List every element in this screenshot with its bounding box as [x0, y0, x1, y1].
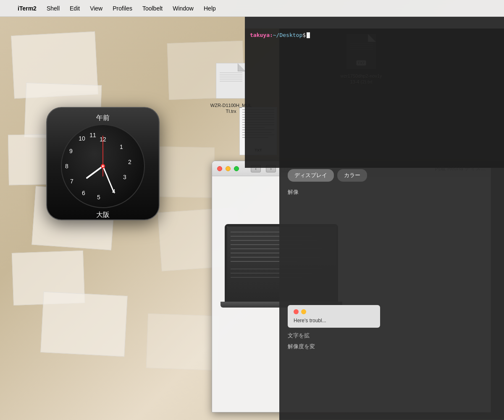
menubar-view[interactable]: View — [86, 3, 107, 13]
svg-line-0 — [87, 166, 103, 178]
syspref-popup: Here's troubl... — [288, 305, 380, 328]
popup-text: Here's troubl... — [294, 318, 374, 323]
svg-line-1 — [103, 166, 114, 192]
syspref-window: ディスプレイ カラー 解像 Here's troubl... 文字を拡 解像度を… — [279, 161, 504, 420]
syspref-tab-display[interactable]: ディスプレイ — [288, 169, 334, 182]
syspref-popup-area: Here's troubl... — [288, 305, 496, 328]
syspref-tabs: ディスプレイ カラー — [288, 169, 496, 182]
popup-traffic-lights — [294, 309, 374, 314]
iterm2-content: takuya:~/Desktop$ — [245, 29, 504, 42]
clock-label-city: 大阪 — [96, 211, 110, 219]
menubar-edit[interactable]: Edit — [66, 3, 84, 13]
menubar-window[interactable]: Window — [168, 3, 198, 13]
clock-hands-svg — [61, 124, 145, 208]
terminal-prompt: takuya:~/Desktop$ — [250, 32, 499, 38]
clock-widget: 午前 12 1 2 3 4 5 6 7 8 9 10 11 大阪 — [46, 107, 160, 220]
file-icon-1 — [214, 63, 248, 101]
syspref-content: ディスプレイ カラー 解像 Here's troubl... 文字を拡 解像度を… — [279, 161, 504, 362]
syspref-resolution-label: 解像 — [288, 188, 496, 196]
prompt-username: takuya — [250, 32, 270, 38]
menubar-toolbelt[interactable]: Toolbelt — [138, 3, 167, 13]
prompt-dollar: $ — [302, 32, 306, 38]
popup-close-btn[interactable] — [294, 309, 299, 314]
menubar: iTerm2 Shell Edit View Profiles Toolbelt… — [0, 0, 504, 17]
syspref-zoom-label: 文字を拡 — [288, 332, 496, 339]
iterm2-titlebar — [245, 17, 504, 29]
prompt-path: ~/Desktop — [273, 32, 302, 38]
menubar-iterm2[interactable]: iTerm2 — [13, 3, 41, 13]
syspref-tab-color[interactable]: カラー — [337, 169, 367, 182]
clock-label-ampm: 午前 — [96, 114, 110, 123]
svg-point-5 — [102, 165, 104, 167]
finder-maximize-button[interactable] — [234, 166, 239, 171]
clock-face: 12 1 2 3 4 5 6 7 8 9 10 11 — [61, 124, 145, 208]
menubar-help[interactable]: Help — [200, 3, 220, 13]
syspref-change-res-label: 解像度を変 — [288, 343, 496, 350]
finder-close-button[interactable] — [217, 166, 222, 171]
iterm2-window: takuya:~/Desktop$ — [245, 17, 504, 168]
menubar-profiles[interactable]: Profiles — [108, 3, 136, 13]
menubar-shell[interactable]: Shell — [42, 3, 64, 13]
finder-minimize-button[interactable] — [226, 166, 231, 171]
popup-minimize-btn[interactable] — [301, 309, 306, 314]
cursor — [307, 32, 310, 38]
prompt-separator: : — [270, 32, 273, 38]
